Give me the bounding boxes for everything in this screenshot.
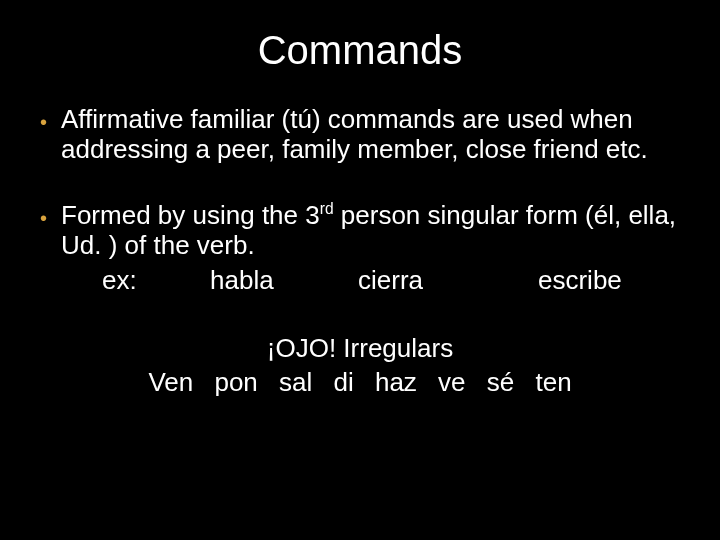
bullet-item-1: • Affirmative familiar (tú) commands are… <box>40 105 680 165</box>
bullet-item-2: • Formed by using the 3rd person singula… <box>40 201 680 261</box>
bullet-dot-icon: • <box>40 111 47 134</box>
examples-row: ex: habla cierra escribe <box>40 265 680 296</box>
ojo-block: ¡OJO! Irregulars Ven pon sal di haz ve s… <box>40 332 680 400</box>
example-item-1: habla <box>210 265 358 296</box>
example-label: ex: <box>102 265 210 296</box>
ojo-heading: ¡OJO! Irregulars <box>40 332 680 366</box>
bullet-text-1: Affirmative familiar (tú) commands are u… <box>61 105 680 165</box>
example-item-3: escribe <box>538 265 622 296</box>
bullet2-superscript: rd <box>320 200 334 217</box>
bullet2-pre: Formed by using the 3 <box>61 200 320 230</box>
bullet-dot-icon: • <box>40 207 47 230</box>
slide: Commands • Affirmative familiar (tú) com… <box>0 0 720 540</box>
irregulars-list: Ven pon sal di haz ve sé ten <box>40 366 680 400</box>
slide-title: Commands <box>40 28 680 73</box>
example-item-2: cierra <box>358 265 538 296</box>
bullet-text-2: Formed by using the 3rd person singular … <box>61 201 680 261</box>
